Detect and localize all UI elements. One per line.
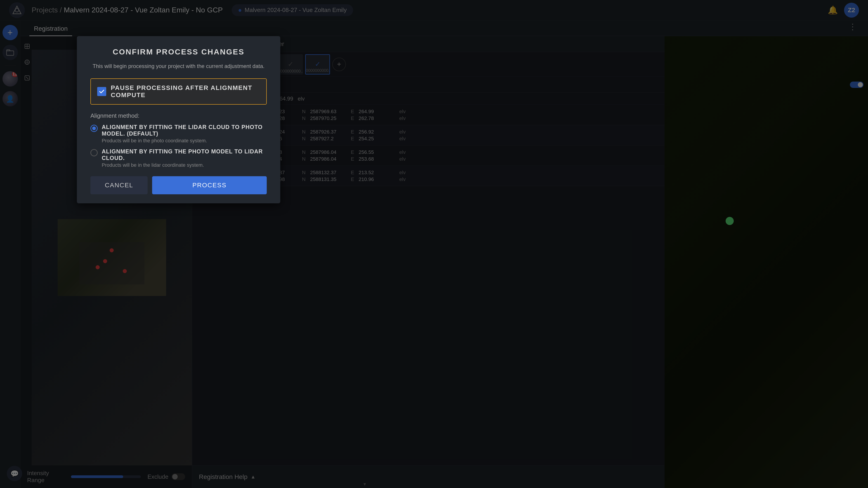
alignment-method-label: Alignment method:: [90, 112, 267, 119]
pause-processing-label: PAUSE PROCESSING AFTER ALIGNMENT COMPUTE: [111, 84, 260, 99]
confirm-process-dialog: CONFIRM PROCESS CHANGES This will begin …: [77, 36, 280, 203]
alignment-option-1-row: ALIGNMENT BY FITTING THE LIDAR CLOUD TO …: [90, 124, 267, 144]
checkmark-icon: [99, 89, 105, 94]
alignment-radio-2[interactable]: [90, 149, 98, 156]
alignment-radio-1[interactable]: [90, 125, 98, 132]
alignment-method-section: Alignment method: ALIGNMENT BY FITTING T…: [90, 112, 267, 168]
pause-processing-checkbox[interactable]: [97, 87, 106, 96]
modal-title: CONFIRM PROCESS CHANGES: [90, 47, 267, 56]
alignment-option-2-sublabel: Products will be in the lidar coordinate…: [102, 162, 267, 168]
pause-processing-row: PAUSE PROCESSING AFTER ALIGNMENT COMPUTE: [90, 78, 267, 105]
process-button[interactable]: PROCESS: [152, 176, 267, 194]
alignment-option-2-label: ALIGNMENT BY FITTING THE PHOTO MODEL TO …: [102, 148, 267, 161]
alignment-option-2-row: ALIGNMENT BY FITTING THE PHOTO MODEL TO …: [90, 148, 267, 168]
cancel-button[interactable]: CANCEL: [90, 176, 148, 194]
alignment-option-1-label: ALIGNMENT BY FITTING THE LIDAR CLOUD TO …: [102, 124, 267, 137]
modal-subtitle: This will begin processing your project …: [90, 63, 267, 69]
modal-overlay: CONFIRM PROCESS CHANGES This will begin …: [0, 0, 868, 488]
modal-buttons: CANCEL PROCESS: [90, 176, 267, 194]
alignment-option-1-sublabel: Products will be in the photo coordinate…: [102, 138, 267, 144]
